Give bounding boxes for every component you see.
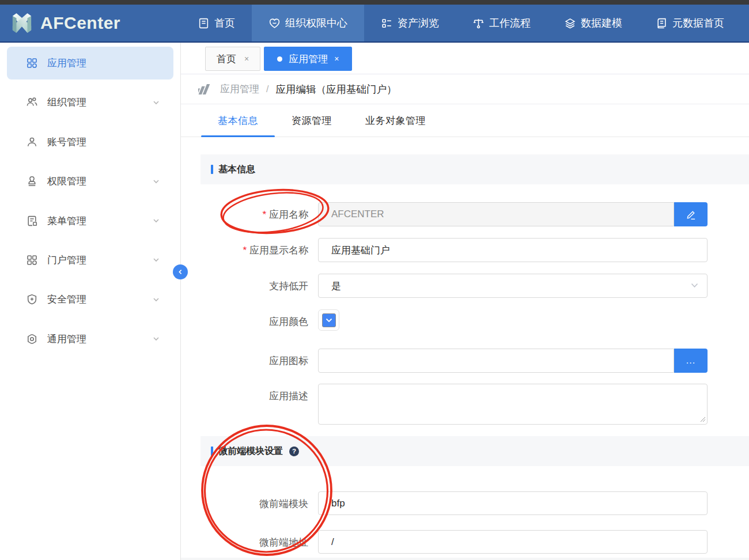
- micro-module-label: 微前端模块: [181, 491, 308, 516]
- app-color-label: 应用颜色: [181, 309, 308, 334]
- nav-item-label: 组织权限中心: [285, 16, 347, 30]
- tab-business-object-management[interactable]: 业务对象管理: [349, 104, 442, 137]
- nav-item-label: 首页: [214, 16, 235, 30]
- nav-item-label: 工作流程: [489, 16, 531, 30]
- section-bar-icon: [211, 165, 213, 174]
- main-layout: 应用管理 组织管理 账号管理: [0, 43, 749, 560]
- brand[interactable]: AFCenter: [0, 5, 181, 41]
- nav-item-label: 数据建模: [581, 16, 622, 30]
- breadcrumb-separator: /: [266, 84, 268, 94]
- tab-label: 资源管理: [292, 114, 332, 127]
- sidebar-item-label: 通用管理: [47, 332, 153, 346]
- micro-module-input[interactable]: [318, 491, 708, 515]
- app-icon-label: 应用图标: [181, 349, 308, 373]
- page-tab-label: 首页: [217, 52, 236, 66]
- close-icon[interactable]: ×: [244, 54, 249, 63]
- chevron-down-icon: [153, 335, 160, 342]
- nav-item-label: 元数据首页: [672, 16, 724, 30]
- display-name-input[interactable]: [318, 238, 708, 262]
- sidebar-collapse-button[interactable]: [173, 264, 188, 279]
- chevron-down-icon: [153, 296, 160, 303]
- page-tab-label: 应用管理: [289, 52, 328, 66]
- heart-icon: [268, 17, 281, 29]
- sidebar-item-label: 安全管理: [47, 293, 153, 306]
- tab-label: 业务对象管理: [365, 114, 426, 127]
- app-desc-textarea[interactable]: [318, 384, 708, 425]
- low-code-select[interactable]: [318, 274, 708, 298]
- sidebar-item-label: 菜单管理: [47, 214, 153, 228]
- low-code-label: 支持低开: [181, 274, 308, 298]
- portal-grid-icon: [26, 254, 38, 266]
- sidebar-item-label: 权限管理: [47, 175, 153, 188]
- menu-doc-icon: [26, 215, 38, 227]
- sidebar-item-app-management[interactable]: 应用管理: [7, 47, 173, 80]
- breadcrumb-current: 应用编辑（应用基础门户）: [275, 82, 396, 96]
- sidebar-item-org-management[interactable]: 组织管理: [7, 86, 173, 119]
- micro-addr-input[interactable]: [318, 530, 708, 554]
- sidebar-item-label: 门户管理: [47, 253, 153, 267]
- chevron-down-icon: [153, 99, 160, 106]
- tab-resource-management[interactable]: 资源管理: [275, 104, 349, 137]
- close-icon[interactable]: ×: [334, 54, 339, 63]
- color-picker[interactable]: [318, 309, 339, 331]
- color-swatch: [322, 313, 336, 327]
- chevron-left-icon: [177, 269, 183, 275]
- top-nav: 首页 组织权限中心 资产浏览: [181, 5, 741, 41]
- help-icon[interactable]: ?: [289, 447, 299, 456]
- page-tab-home[interactable]: 首页 ×: [205, 47, 260, 71]
- nav-item-org-permission-center[interactable]: 组织权限中心: [252, 5, 364, 41]
- app-name-label: 应用名称: [181, 202, 308, 226]
- sidebar-item-menu-management[interactable]: 菜单管理: [7, 205, 173, 237]
- ellipsis-icon: ...: [686, 355, 695, 366]
- brand-name: AFCenter: [40, 13, 120, 33]
- app-grid-icon: [26, 57, 38, 69]
- metadata-doc-icon: [656, 17, 668, 29]
- browse-icon-button[interactable]: ...: [674, 349, 708, 373]
- sidebar-item-label: 应用管理: [47, 56, 160, 70]
- asset-list-icon: [381, 17, 393, 29]
- nav-item-metadata-home[interactable]: 元数据首页: [639, 5, 741, 41]
- sidebar-item-general-management[interactable]: 通用管理: [7, 323, 173, 355]
- home-doc-icon: [198, 17, 210, 29]
- sidebar-item-portal-management[interactable]: 门户管理: [7, 244, 173, 277]
- shield-icon: [26, 293, 38, 305]
- nav-item-label: 资产浏览: [398, 16, 439, 30]
- form-row-micro-module: 微前端模块: [181, 491, 749, 516]
- page-tab-app-management[interactable]: 应用管理 ×: [264, 47, 352, 71]
- sidebar-item-account-management[interactable]: 账号管理: [7, 126, 173, 158]
- sidebar-item-label: 组织管理: [47, 96, 153, 109]
- nav-item-data-modeling[interactable]: 数据建模: [547, 5, 639, 41]
- tab-basic-info[interactable]: 基本信息: [201, 104, 275, 137]
- form-row-display-name: 应用显示名称: [181, 238, 749, 262]
- app-icon-input[interactable]: [318, 349, 674, 373]
- sidebar-item-security-management[interactable]: 安全管理: [7, 283, 173, 316]
- breadcrumb-parent[interactable]: 应用管理: [220, 82, 259, 96]
- section-header-basic-info: 基本信息: [201, 154, 749, 184]
- tab-label: 基本信息: [218, 114, 258, 127]
- breadcrumb: 应用管理 / 应用编辑（应用基础门户）: [181, 74, 749, 104]
- sidebar-item-label: 账号管理: [47, 135, 160, 149]
- breadcrumb-slashes-icon: [198, 84, 213, 94]
- workflow-icon: [472, 17, 485, 29]
- users-icon: [26, 96, 38, 108]
- sidebar: 应用管理 组织管理 账号管理: [0, 43, 181, 560]
- display-name-label: 应用显示名称: [181, 238, 308, 262]
- sidebar-item-permission-management[interactable]: 权限管理: [7, 165, 173, 198]
- nav-item-asset-browse[interactable]: 资产浏览: [364, 5, 456, 41]
- nav-item-home[interactable]: 首页: [181, 5, 252, 41]
- micro-frontend-form: 微前端模块 微前端地址: [181, 466, 749, 554]
- next-section-band: [181, 558, 749, 560]
- gear-icon: [26, 333, 38, 345]
- chevron-down-icon: [153, 178, 160, 185]
- chevron-down-icon: [153, 217, 160, 224]
- top-navbar: AFCenter 首页 组织权限中心: [0, 5, 749, 43]
- edit-app-name-button[interactable]: [674, 202, 708, 226]
- page-tab-bar: 首页 × 应用管理 ×: [181, 43, 749, 74]
- basic-info-form: 应用名称 应用显示名称: [181, 184, 749, 425]
- nav-item-workflow[interactable]: 工作流程: [456, 5, 547, 41]
- content-area: 首页 × 应用管理 × 应用管理 /: [181, 43, 749, 560]
- app-name-input[interactable]: [318, 202, 674, 226]
- app-desc-label: 应用描述: [181, 384, 308, 425]
- form-row-low-code: 支持低开: [181, 274, 749, 298]
- chevron-down-icon: [326, 318, 332, 323]
